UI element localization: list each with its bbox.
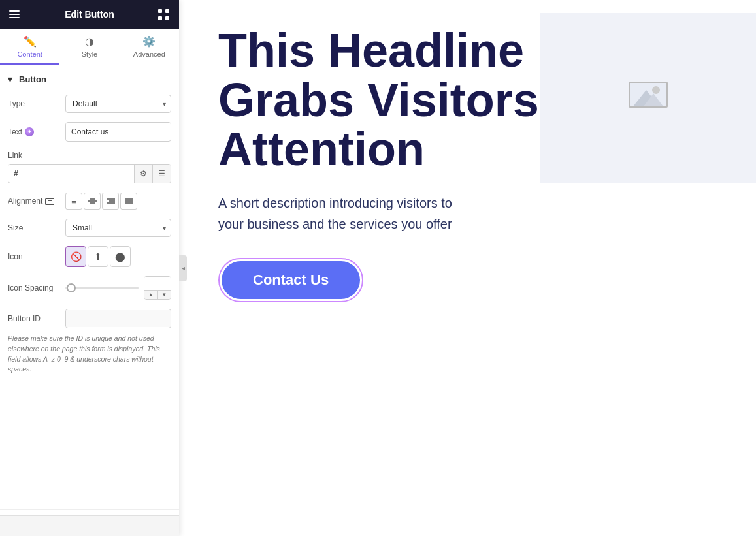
panel-collapse-handle[interactable] [179,255,187,281]
spinner-down-button[interactable]: ▼ [158,291,171,299]
tab-advanced[interactable]: ⚙️ Advanced [120,29,179,65]
page-preview: This Headline Grabs Visitors' Attention … [179,0,756,536]
section-label: Button [19,74,46,84]
link-list-icon[interactable]: ☰ [152,165,171,183]
icon-spacing-input[interactable] [144,277,171,290]
alignment-label: Alignment [8,197,60,206]
tab-style-label: Style [82,50,97,58]
monitor-icon [45,198,54,205]
align-center-button[interactable] [84,193,101,210]
icon-upload-button[interactable]: ⬆ [88,246,108,267]
tab-style[interactable]: ◑ Style [59,29,119,65]
pencil-icon: ✏️ [24,35,37,48]
hamburger-menu-icon[interactable] [8,8,21,21]
image-placeholder [540,13,756,183]
page-description: A short description introducing visitors… [218,193,467,234]
tab-advanced-label: Advanced [133,50,165,58]
alignment-buttons: ≡ [65,193,137,210]
link-input-group: ⚙ ☰ [8,164,171,183]
link-row: Link ⚙ ☰ [8,151,171,183]
link-label: Link [8,151,60,160]
button-id-input-group: ☰ [65,309,171,328]
section-button-header: ▾ Button [8,74,171,84]
size-select-wrapper: Small Medium Large Extra Large ▾ [65,219,171,237]
icon-button-group: 🚫 ⬆ ⬤ [65,246,131,267]
align-justify-button[interactable] [120,193,137,210]
edit-panel: Edit Button ✏️ Content ◑ Style ⚙️ Advanc… [0,0,179,536]
type-select-wrapper: Default Info Success Warning Danger ▾ [65,95,171,113]
dynamic-tags-icon[interactable]: ✦ [25,127,34,136]
align-right-button[interactable] [102,193,119,210]
tab-content[interactable]: ✏️ Content [0,29,59,65]
panel-tabs: ✏️ Content ◑ Style ⚙️ Advanced [0,29,179,65]
text-row: Text ✦ ☰ [8,122,171,142]
type-row: Type Default Info Success Warning Danger… [8,95,171,113]
text-input[interactable] [66,123,171,140]
icon-row: Icon 🚫 ⬆ ⬤ [8,246,171,267]
cta-button[interactable]: Contact Us [222,261,360,299]
spinner-buttons: ▲ ▼ [144,290,171,299]
icon-label: Icon [8,252,60,261]
placeholder-image-icon [629,82,668,114]
cta-button-wrapper[interactable]: Contact Us [218,258,363,302]
icon-spacing-spinner: ▲ ▼ [144,276,171,300]
icon-spacing-row: Icon Spacing ▲ ▼ [8,276,171,300]
link-settings-icon[interactable]: ⚙ [134,165,152,183]
icon-spacing-thumb[interactable] [67,283,76,292]
icon-spacing-track [65,287,139,289]
panel-title: Edit Button [65,9,114,20]
collapse-arrow-icon[interactable]: ▾ [8,74,12,84]
help-note: Please make sure the ID is unique and no… [8,334,171,375]
size-label: Size [8,223,60,232]
tab-content-label: Content [17,50,42,58]
text-input-group: ☰ [65,122,171,142]
align-left-button[interactable]: ≡ [65,193,82,210]
icon-spacing-slider-group: ▲ ▼ [65,276,171,300]
type-select[interactable]: Default Info Success Warning Danger [65,95,171,113]
alignment-row: Alignment ≡ [8,193,171,210]
text-label: Text ✦ [8,127,60,136]
top-bar: Edit Button [0,0,179,29]
panel-content-area: ▾ Button Type Default Info Success Warni… [0,65,179,509]
type-label: Type [8,99,60,108]
gear-icon: ⚙️ [142,35,156,48]
button-id-row: Button ID ☰ [8,309,171,328]
bottom-bar [0,515,179,536]
spinner-up-button[interactable]: ▲ [144,291,158,299]
mountain-image [629,82,668,108]
icon-none-button[interactable]: 🚫 [65,246,86,267]
sun-icon [652,86,660,94]
icon-circle-button[interactable]: ⬤ [110,246,131,267]
size-select[interactable]: Small Medium Large Extra Large [65,219,171,237]
size-row: Size Small Medium Large Extra Large ▾ [8,219,171,237]
grid-menu-icon[interactable] [158,8,171,21]
link-input[interactable] [8,165,134,182]
button-id-input[interactable] [66,310,171,327]
half-circle-icon: ◑ [85,35,94,48]
icon-spacing-label: Icon Spacing [8,283,60,292]
button-id-label: Button ID [8,314,60,323]
